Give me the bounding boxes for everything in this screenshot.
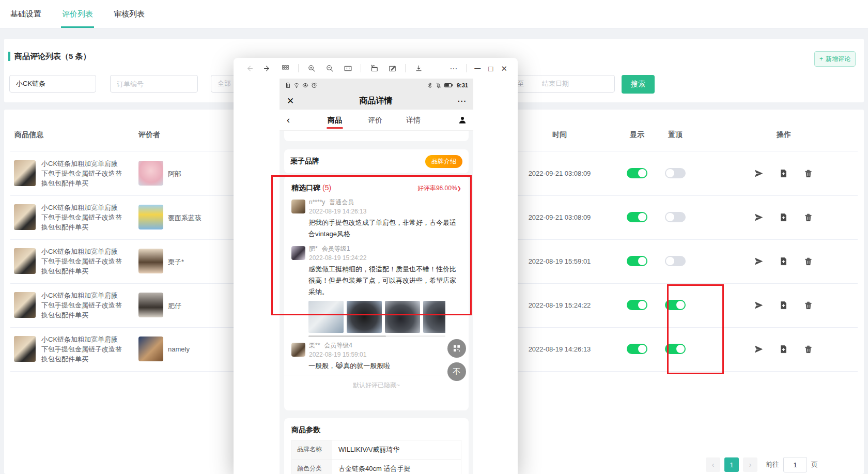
reviewer-name: 阿部 [168,170,181,179]
tab-basic-settings[interactable]: 基础设置 [9,1,42,28]
show-toggle[interactable] [627,256,647,266]
avatar [291,343,305,357]
phone-tab-product[interactable]: 商品 [319,110,350,130]
col-product: 商品信息 [14,130,138,140]
prev-page-button[interactable]: ‹ [706,457,720,472]
param-row: 颜色分类 古金链条40cm 适合手提 [291,459,461,474]
save-download-icon[interactable] [413,63,424,73]
goto-page-input[interactable] [783,457,807,472]
reviewer-avatar [138,249,163,273]
top-toggle[interactable] [665,212,686,222]
phone-nav-bar: ✕ 商品详情 ⋯ [280,92,473,110]
maximize-button[interactable]: □ [488,65,493,72]
qr-float-button[interactable] [447,339,466,358]
range-separator: 至 [517,79,524,88]
rotate-icon[interactable] [369,63,379,73]
bu-float-button[interactable]: 不 [447,362,466,381]
zoom-in-icon[interactable] [306,63,317,73]
col-time: 时间 [508,130,611,140]
reviews-count: (5) [322,184,331,192]
keyword-input[interactable] [9,75,96,93]
show-toggle[interactable] [627,212,647,222]
top-toggle[interactable] [665,256,686,266]
photos-scrollbar[interactable] [308,335,445,337]
product-name: 小CK链条加粗加宽单肩腋下包手提包金属链子改造替换包包配件单买 [41,203,124,232]
reply-button[interactable] [754,213,763,222]
goto-unit: 页 [811,460,818,469]
top-toggle[interactable] [665,344,686,354]
col-actions: 操作 [727,130,841,140]
phone-tab-review[interactable]: 评价 [360,110,391,130]
person-icon[interactable] [458,115,467,125]
gallery-grid-icon[interactable] [280,63,290,73]
add-file-button[interactable] [779,345,788,354]
review-photo[interactable] [308,301,344,333]
review-time: 2022-08-19 15:24:22 [508,301,611,309]
title-accent-bar [8,52,10,61]
reply-button[interactable] [754,301,763,310]
show-toggle[interactable] [627,168,647,178]
delete-button[interactable] [804,169,813,178]
review-photo[interactable] [385,301,420,333]
phone-close-icon[interactable]: ✕ [287,96,294,106]
review-text: 一般般，😹真的就一般般啦 [308,360,461,372]
phone-tab-detail[interactable]: 详情 [398,110,429,130]
minimize-button[interactable]: — [474,65,481,71]
top-toggle[interactable] [665,168,686,178]
edit-icon[interactable] [387,63,397,73]
reply-button[interactable] [754,257,763,266]
review-text: 感觉做工挺精细的，很适配！质量也不错！性价比很高！但是包装差了点，可以再改进些，… [308,264,461,298]
param-label: 品牌名称 [292,440,332,459]
product-image [14,160,36,186]
phone-back-icon[interactable]: ‹ [280,110,297,130]
review-date: 2022-08-19 15:24:22 [309,254,366,262]
delete-button[interactable] [804,257,813,266]
reply-button[interactable] [754,169,763,178]
tab-audit-list[interactable]: 审核列表 [113,1,146,28]
review-text: 把我的手提包改造成了单肩包，非常好，古今最适合vintage风格 [308,217,461,240]
review-date: 2022-08-19 15:59:01 [309,351,366,358]
positive-rate-link[interactable]: 好评率96.00%❯ [417,184,461,193]
phone-more-icon[interactable]: ⋯ [457,96,466,106]
reviewer-name: 肥仔 [168,301,181,311]
status-time: 9:31 [457,82,468,88]
reply-button[interactable] [754,345,763,354]
delete-button[interactable] [804,345,813,354]
close-button[interactable]: ✕ [501,65,507,72]
add-file-button[interactable] [779,257,788,266]
add-comment-button[interactable]: + 新增评论 [814,51,856,67]
review-user: 肥* [309,245,318,252]
current-page-button[interactable]: 1 [724,457,739,472]
add-file-button[interactable] [779,213,788,222]
top-toggle[interactable] [665,300,686,310]
search-button[interactable]: 搜索 [622,75,655,94]
goto-label: 前往 [766,460,779,469]
order-no-input[interactable] [110,75,198,93]
tab-review-list[interactable]: 评价列表 [61,1,94,28]
more-options-icon[interactable]: ⋯ [450,65,458,72]
review-photo[interactable] [423,301,445,333]
zoom-out-icon[interactable] [324,63,335,73]
reviewer-avatar [138,161,163,186]
eye-icon [302,82,308,88]
forward-icon[interactable] [262,63,272,73]
back-icon[interactable] [244,63,254,73]
delete-button[interactable] [804,213,813,222]
review-time: 2022-08-19 14:26:13 [508,345,611,353]
add-file-button[interactable] [779,301,788,310]
show-toggle[interactable] [627,344,647,354]
review-date: 2022-08-19 14:26:13 [309,208,366,215]
actual-size-icon[interactable] [343,63,353,73]
add-file-button[interactable] [779,169,788,178]
brand-intro-button[interactable]: 品牌介绍 [425,155,462,168]
reviewer-avatar [138,205,163,230]
show-toggle[interactable] [627,300,647,310]
review-photo[interactable] [347,301,382,333]
review-user: n****y [309,198,325,206]
review-photos[interactable] [308,301,445,333]
delete-button[interactable] [804,301,813,310]
next-page-button[interactable]: › [743,457,757,472]
product-image [14,292,36,318]
product-name: 小CK链条加粗加宽单肩腋下包手提包金属链子改造替换包包配件单买 [41,159,124,188]
reviewer-avatar [138,293,163,317]
